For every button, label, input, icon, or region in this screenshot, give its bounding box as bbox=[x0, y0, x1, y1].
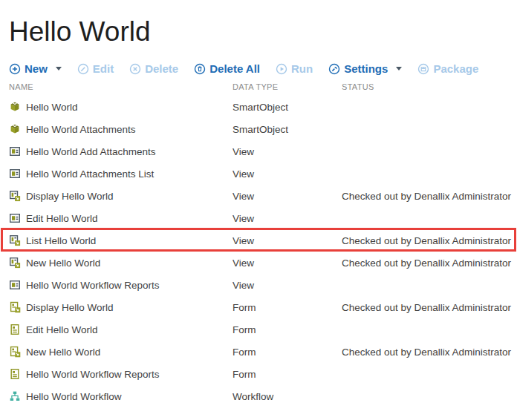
row-name-cell: List Hello World bbox=[9, 234, 233, 246]
package-circle-icon bbox=[417, 63, 429, 75]
column-header-datatype: DATA TYPE bbox=[233, 82, 342, 91]
toolbar-label: Delete bbox=[145, 62, 178, 75]
row-name-label: New Hello World bbox=[26, 347, 100, 358]
table-row[interactable]: Hello WorldSmartObject bbox=[0, 96, 517, 118]
form-icon bbox=[9, 368, 21, 380]
row-datatype-cell: Workflow bbox=[233, 391, 342, 402]
row-name-label: Hello World Attachments bbox=[26, 124, 136, 135]
row-datatype-cell: SmartObject bbox=[233, 124, 342, 135]
toolbar-delete-all-button[interactable]: Delete All bbox=[194, 62, 260, 75]
row-name-cell: Edit Hello World bbox=[9, 212, 233, 224]
row-datatype-cell: Form bbox=[233, 347, 342, 358]
row-name-label: Display Hello World bbox=[26, 191, 114, 202]
toolbar-label: Run bbox=[291, 62, 313, 75]
row-name-label: List Hello World bbox=[26, 235, 96, 246]
chevron-down-icon[interactable] bbox=[396, 67, 402, 70]
row-name-cell: Hello World Attachments bbox=[9, 123, 233, 135]
row-name-label: Hello World bbox=[26, 102, 78, 113]
row-name-cell: New Hello World bbox=[9, 257, 233, 269]
view-icon bbox=[9, 212, 21, 224]
row-name-cell: Hello World Add Attachments bbox=[9, 145, 233, 157]
row-datatype-cell: SmartObject bbox=[233, 102, 342, 113]
toolbar-delete-button[interactable]: Delete bbox=[129, 62, 178, 75]
row-name-cell: Display Hello World bbox=[9, 301, 233, 313]
row-datatype-cell: View bbox=[233, 213, 342, 224]
view-badge-icon bbox=[9, 234, 21, 246]
row-name-label: Edit Hello World bbox=[26, 324, 98, 335]
row-name-label: New Hello World bbox=[26, 257, 100, 269]
row-status-cell: Checked out by Denallix Administrator bbox=[342, 191, 517, 202]
play-circle-icon bbox=[276, 63, 287, 75]
row-name-label: Hello World Workflow Reports bbox=[26, 280, 160, 291]
view-icon bbox=[9, 145, 21, 157]
row-status-cell: Checked out by Denallix Administrator bbox=[342, 347, 517, 358]
trash-circle-icon bbox=[194, 63, 206, 75]
row-name-label: Display Hello World bbox=[26, 302, 114, 313]
table-row[interactable]: Edit Hello WorldView bbox=[0, 207, 517, 229]
table-row[interactable]: Hello World Attachments ListView bbox=[0, 163, 517, 185]
toolbar-label: New bbox=[25, 62, 48, 75]
column-header-name: NAME bbox=[9, 82, 233, 91]
table-row[interactable]: New Hello WorldFormChecked out by Denall… bbox=[0, 341, 517, 363]
row-name-cell: Hello World Attachments List bbox=[9, 168, 233, 180]
toolbar-edit-button[interactable]: Edit bbox=[77, 62, 114, 75]
row-name-label: Hello World Attachments List bbox=[26, 168, 154, 180]
row-name-cell: Hello World Workflow Reports bbox=[9, 279, 233, 291]
row-status-cell: Checked out by Denallix Administrator bbox=[342, 302, 517, 313]
workflow-icon bbox=[9, 390, 21, 402]
view-badge-icon bbox=[9, 257, 21, 269]
row-name-cell: Hello World Workflow bbox=[9, 390, 233, 402]
row-name-label: Hello World Add Attachments bbox=[26, 146, 156, 157]
plus-circle-icon bbox=[9, 63, 21, 75]
row-name-label: Hello World Workflow Reports bbox=[26, 369, 160, 380]
row-datatype-cell: Form bbox=[233, 324, 342, 335]
table-row[interactable]: Hello World Workflow ReportsForm bbox=[0, 363, 517, 385]
row-datatype-cell: View bbox=[233, 168, 342, 180]
row-datatype-cell: Form bbox=[233, 369, 342, 380]
row-datatype-cell: View bbox=[233, 146, 342, 157]
row-datatype-cell: View bbox=[233, 280, 342, 291]
form-badge-icon bbox=[9, 301, 21, 313]
table-row[interactable]: List Hello WorldViewChecked out by Denal… bbox=[0, 229, 517, 252]
row-name-label: Edit Hello World bbox=[26, 213, 98, 224]
toolbar-new-button[interactable]: New bbox=[9, 62, 62, 75]
row-datatype-cell: View bbox=[233, 257, 342, 269]
row-datatype-cell: Form bbox=[233, 302, 342, 313]
view-icon bbox=[9, 279, 21, 291]
toolbar-package-button[interactable]: Package bbox=[417, 62, 478, 75]
row-name-cell: Display Hello World bbox=[9, 190, 233, 202]
row-name-cell: Hello World bbox=[9, 101, 233, 113]
smartobject-icon bbox=[9, 101, 21, 113]
table-row[interactable]: Display Hello WorldViewChecked out by De… bbox=[0, 185, 517, 207]
toolbar-label: Delete All bbox=[209, 62, 260, 75]
toolbar-settings-button[interactable]: Settings bbox=[328, 62, 402, 75]
view-icon bbox=[9, 168, 21, 180]
row-status-cell: Checked out by Denallix Administrator bbox=[342, 257, 517, 269]
table-row[interactable]: Hello World Add AttachmentsView bbox=[0, 140, 517, 163]
view-badge-icon bbox=[9, 190, 21, 202]
row-datatype-cell: View bbox=[233, 191, 342, 202]
toolbar: NewEditDeleteDelete AllRunSettingsPackag… bbox=[9, 62, 517, 75]
table-row[interactable]: Hello World Workflow ReportsView bbox=[0, 274, 517, 296]
table-header: NAME DATA TYPE STATUS bbox=[0, 80, 517, 93]
table-row[interactable]: Hello World AttachmentsSmartObject bbox=[0, 118, 517, 140]
toolbar-label: Settings bbox=[344, 62, 388, 75]
row-name-label: Hello World Workflow bbox=[26, 391, 122, 402]
row-name-cell: New Hello World bbox=[9, 346, 233, 358]
table-row[interactable]: Hello World WorkflowWorkflow bbox=[0, 385, 517, 407]
form-icon bbox=[9, 324, 21, 335]
form-badge-icon bbox=[9, 346, 21, 358]
toolbar-label: Edit bbox=[93, 62, 114, 75]
wrench-circle-icon bbox=[328, 63, 340, 75]
item-list: Hello WorldSmartObjectHello World Attach… bbox=[0, 96, 517, 407]
toolbar-run-button[interactable]: Run bbox=[276, 62, 313, 75]
column-header-status: STATUS bbox=[342, 82, 517, 91]
row-status-cell: Checked out by Denallix Administrator bbox=[342, 235, 517, 246]
chevron-down-icon[interactable] bbox=[56, 67, 62, 70]
page-title: Hello World bbox=[9, 16, 517, 47]
table-row[interactable]: Display Hello WorldFormChecked out by De… bbox=[0, 296, 517, 318]
toolbar-label: Package bbox=[433, 62, 478, 75]
pencil-circle-icon bbox=[77, 63, 89, 75]
table-row[interactable]: Edit Hello WorldForm bbox=[0, 318, 517, 341]
table-row[interactable]: New Hello WorldViewChecked out by Denall… bbox=[0, 252, 517, 274]
